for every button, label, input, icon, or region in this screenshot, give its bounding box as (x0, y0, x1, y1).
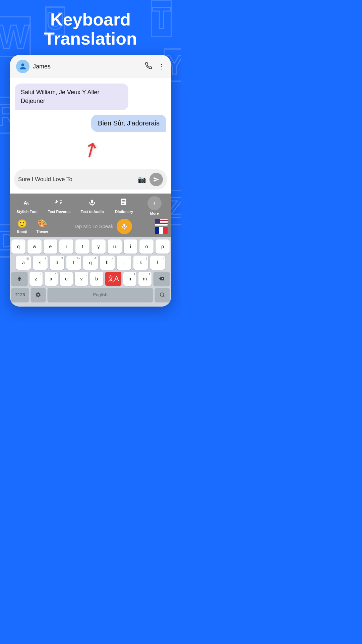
more-label: More (150, 211, 159, 215)
messages-area: Salut William, Je Veux Y Aller Déjeuner … (10, 78, 171, 169)
key-s[interactable]: #s (33, 256, 48, 270)
dictionary-label: Dictionary (115, 210, 133, 214)
key-i[interactable]: i (124, 239, 138, 254)
key-t[interactable]: t (75, 239, 89, 254)
key-123[interactable]: ?123 (11, 288, 29, 302)
key-x[interactable]: "x (45, 272, 58, 286)
stylish-font-button[interactable]: A A Stylish Font (16, 198, 38, 214)
key-u[interactable]: u (108, 239, 122, 254)
key-e[interactable]: e (44, 239, 58, 254)
key-o[interactable]: o (139, 239, 154, 254)
key-n[interactable]: !n (123, 272, 136, 286)
key-a[interactable]: @a (16, 256, 31, 270)
mic-button[interactable] (117, 219, 132, 234)
language-flags[interactable] (155, 219, 168, 234)
key-g[interactable]: &g (83, 256, 98, 270)
avatar (16, 60, 29, 73)
red-arrow-icon: ↗ (77, 135, 104, 164)
key-w[interactable]: w (27, 239, 42, 254)
key-gear[interactable] (31, 288, 46, 302)
stylish-font-icon: A A (23, 198, 32, 209)
send-button[interactable] (149, 173, 163, 186)
key-d[interactable]: $d (50, 256, 64, 270)
header-title: Keyboard Translation (7, 10, 174, 48)
key-space[interactable]: English (48, 288, 153, 302)
fr-flag[interactable] (155, 227, 168, 234)
key-row-4: ?123 English (11, 288, 170, 302)
theme-button[interactable]: 🎨 Theme (34, 219, 51, 233)
key-shift[interactable] (11, 272, 27, 286)
emoji-icon: 🙂 (17, 219, 27, 228)
dictionary-icon (120, 198, 128, 209)
text-to-audio-icon (88, 198, 97, 209)
key-row-2: @a #s $d %f &g -h +j (k )l (11, 256, 170, 270)
key-h[interactable]: -h (100, 256, 115, 270)
svg-rect-9 (123, 224, 125, 227)
key-b[interactable]: b (90, 272, 103, 286)
more-options-icon[interactable]: ⋮ (158, 62, 165, 70)
svg-rect-7 (122, 202, 126, 202)
svg-rect-8 (122, 203, 125, 204)
dictionary-button[interactable]: Dictionary (114, 198, 134, 214)
message-sent: Bien Sûr, J'adorerais (91, 115, 166, 132)
key-y[interactable]: y (92, 239, 106, 254)
phone-mockup: James ⋮ Salut William, Je Veux Y Aller D… (10, 55, 171, 306)
key-z[interactable]: *z (29, 272, 43, 286)
theme-label: Theme (36, 229, 48, 233)
svg-rect-3 (91, 200, 94, 203)
svg-rect-6 (122, 200, 126, 201)
more-icon: › (147, 196, 162, 210)
us-flag[interactable] (155, 219, 168, 226)
more-button[interactable]: › More (144, 196, 165, 215)
key-j[interactable]: +j (117, 256, 131, 270)
key-c[interactable]: :c (60, 272, 73, 286)
text-to-audio-label: Text to Audio (81, 210, 104, 214)
key-l[interactable]: )l (150, 256, 165, 270)
phone-icon[interactable] (145, 62, 152, 71)
camera-icon[interactable]: 📷 (138, 175, 146, 183)
key-row-3: *z "x :c ;v b 文A !n ?m (11, 272, 170, 286)
chat-action-icons: ⋮ (145, 62, 165, 71)
key-r[interactable]: r (59, 239, 73, 254)
key-f[interactable]: %f (66, 256, 81, 270)
toolbar-row-2: 🙂 Emoji 🎨 Theme Tap Mic To Speak (11, 217, 170, 235)
text-reverse-label: Text Reverse (48, 210, 71, 214)
emoji-button[interactable]: 🙂 Emoji (13, 219, 31, 233)
key-p[interactable]: p (156, 239, 170, 254)
text-to-audio-button[interactable]: Text to Audio (81, 198, 104, 214)
mic-area: Tap Mic To Speak (54, 219, 152, 234)
key-q[interactable]: q (11, 239, 25, 254)
text-reverse-icon: A (55, 198, 63, 209)
theme-icon: 🎨 (37, 219, 47, 228)
contact-name: James (33, 63, 145, 70)
keyboard-toolbar: A A Stylish Font A Text Reverse (10, 194, 171, 237)
keyboard-keys: q w e r t y u i o p @a #s $d %f &g -h +j… (10, 237, 171, 307)
key-backspace[interactable] (154, 272, 170, 286)
message-received: Salut William, Je Veux Y Aller Déjeuner (15, 84, 128, 110)
emoji-label: Emoji (17, 229, 27, 233)
toolbar-row-1: A A Stylish Font A Text Reverse (11, 196, 170, 217)
key-k[interactable]: (k (133, 256, 148, 270)
stylish-font-label: Stylish Font (16, 210, 38, 214)
key-search[interactable] (155, 288, 170, 302)
key-m[interactable]: ?m (138, 272, 152, 286)
key-row-1: q w e r t y u i o p (11, 239, 170, 254)
tap-mic-text: Tap Mic To Speak (74, 223, 113, 229)
input-text[interactable]: Sure I Would Love To (18, 176, 134, 183)
key-translate[interactable]: 文A (105, 272, 121, 286)
chat-header: James ⋮ (10, 55, 171, 78)
message-input-bar[interactable]: Sure I Would Love To 📷 (14, 169, 167, 190)
header: Keyboard Translation (0, 0, 181, 55)
svg-point-11 (160, 293, 164, 297)
key-v[interactable]: ;v (75, 272, 88, 286)
svg-text:A: A (26, 201, 29, 206)
text-reverse-button[interactable]: A Text Reverse (48, 198, 71, 214)
arrow-indicator: ↗ (15, 137, 166, 164)
